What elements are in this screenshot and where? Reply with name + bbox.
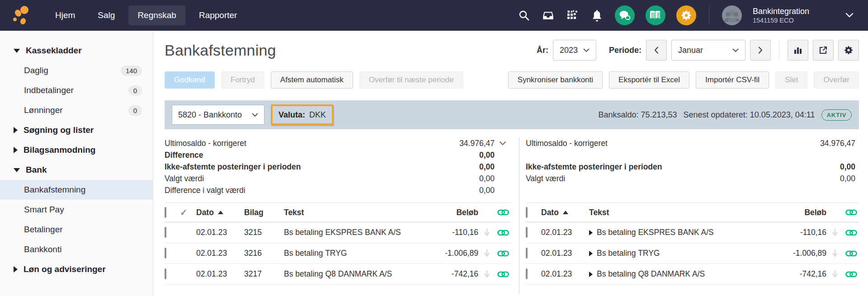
auto-reconcile-button[interactable]: Afstem automatisk xyxy=(271,71,353,89)
cell-belob: -1.006,89 xyxy=(773,249,826,258)
row-checkbox[interactable] xyxy=(165,248,166,258)
main-menu: Hjem Salg Regnskab Rapporter xyxy=(46,5,246,25)
user-info[interactable]: Bankintegration 1541159 ECO xyxy=(753,6,809,25)
sidebar-item-smart-pay[interactable]: Smart Pay xyxy=(0,200,153,220)
bank-entries-panel: Ultimosaldo - korrigeret 34.976,47 Ikke-… xyxy=(519,137,859,294)
column-header-belob[interactable]: Beløb xyxy=(425,208,478,217)
sidebar-item-bankafstemning[interactable]: Bankafstemning xyxy=(0,180,153,200)
row-checkbox[interactable] xyxy=(165,268,166,279)
nav-item-salg[interactable]: Salg xyxy=(89,5,124,25)
sidebar-item-daglig[interactable]: Daglig 140 xyxy=(0,61,153,80)
column-header-tekst[interactable]: Tekst xyxy=(284,208,425,217)
select-all-checkbox[interactable] xyxy=(165,207,166,218)
arrow-down-icon[interactable] xyxy=(826,229,844,236)
bank-account-select[interactable]: 5820 - Bankkonto xyxy=(172,105,264,125)
column-header-bilag[interactable]: Bilag xyxy=(244,208,284,217)
transfer-next-period-button[interactable]: Overfør til næste periode xyxy=(359,71,463,89)
row-expand-triangle[interactable] xyxy=(589,251,593,256)
nav-item-hjem[interactable]: Hjem xyxy=(46,5,84,25)
sidebar-section-lon-og-adviseringer[interactable]: Løn og adviseringer xyxy=(0,259,153,279)
arrow-down-icon[interactable] xyxy=(826,249,844,257)
row-checkbox[interactable] xyxy=(526,268,528,279)
arrow-down-icon[interactable] xyxy=(478,249,495,257)
chart-icon xyxy=(793,46,802,55)
row-expand-triangle[interactable] xyxy=(589,272,593,277)
row-expand-triangle[interactable] xyxy=(589,230,593,235)
ledger-table: ✓ Dato Bilag Tekst Beløb 02.01.23 xyxy=(165,202,511,285)
link-chain-icon xyxy=(844,209,859,216)
search-icon[interactable] xyxy=(517,9,531,22)
user-name: Bankintegration xyxy=(753,6,809,17)
column-header-belob[interactable]: Beløb xyxy=(773,208,826,217)
column-header-dato[interactable]: Dato xyxy=(196,208,244,217)
last-updated-value: 10.05.2023, 04:11 xyxy=(750,110,815,119)
summary-row: Difference i valgt værdi 0,00 xyxy=(165,184,511,196)
sync-bank-accounts-button[interactable]: Synkroniser bankkonti xyxy=(508,71,603,89)
arrow-down-icon[interactable] xyxy=(826,270,844,278)
row-checkbox[interactable] xyxy=(165,227,166,238)
settings-button[interactable] xyxy=(838,40,859,61)
transfer-button[interactable]: Overfør xyxy=(814,71,859,89)
column-header-tekst[interactable]: Tekst xyxy=(589,208,773,217)
settings-gear-icon[interactable] xyxy=(676,5,696,25)
nav-item-regnskab[interactable]: Regnskab xyxy=(128,5,185,25)
link-chain-icon[interactable] xyxy=(495,250,511,257)
link-chain-icon[interactable] xyxy=(495,230,511,236)
user-menu-chevron-icon[interactable] xyxy=(845,11,854,19)
summary-label: Valgt værdi xyxy=(165,174,479,183)
period-select[interactable]: Januar xyxy=(671,40,745,61)
summary-row: Valgt værdi 0,00 xyxy=(165,173,511,184)
sidebar-item-betalinger[interactable]: Betalinger xyxy=(0,220,153,240)
year-value: 2023 xyxy=(560,46,578,55)
sidebar-section-bilagsanmodning[interactable]: Bilagsanmodning xyxy=(0,140,153,160)
sort-ascending-icon xyxy=(218,211,223,214)
link-chain-icon[interactable] xyxy=(495,271,511,277)
chat-support-icon[interactable] xyxy=(615,5,635,25)
summary-expand-chevron[interactable] xyxy=(495,141,511,146)
open-external-button[interactable] xyxy=(813,40,834,61)
arrow-down-icon[interactable] xyxy=(478,229,495,236)
notifications-bell-icon[interactable] xyxy=(590,9,604,22)
export-excel-button[interactable]: Eksportér til Excel xyxy=(609,71,689,89)
last-updated-label: Senest opdateret: xyxy=(684,110,748,119)
cell-dato: 02.01.23 xyxy=(541,228,589,237)
previous-period-button[interactable] xyxy=(646,40,667,61)
next-period-button[interactable] xyxy=(750,40,771,61)
link-chain-icon[interactable] xyxy=(844,230,859,236)
cell-belob: -110,16 xyxy=(773,228,826,237)
summary-row-spacer xyxy=(526,149,859,161)
year-select[interactable]: 2023 xyxy=(553,40,596,61)
period-label: Periode: xyxy=(609,46,642,55)
help-book-icon[interactable] xyxy=(646,5,665,25)
arrow-down-icon[interactable] xyxy=(478,270,495,278)
nav-item-rapporter[interactable]: Rapporter xyxy=(190,5,246,25)
sidebar-section-sogning-og-lister[interactable]: Søgning og lister xyxy=(0,120,153,140)
sidebar-item-bankkonti[interactable]: Bankkonti xyxy=(0,240,153,259)
section-label: Bank xyxy=(26,165,47,175)
row-checkbox[interactable] xyxy=(526,227,528,238)
sidebar-item-lonninger[interactable]: Lønninger 0 xyxy=(0,100,153,120)
chart-view-button[interactable] xyxy=(788,40,808,61)
app-grid-icon[interactable] xyxy=(566,9,580,22)
select-all-checkbox[interactable] xyxy=(526,207,528,218)
delete-button[interactable]: Slet xyxy=(775,71,807,89)
import-csv-button[interactable]: Importér CSV-fil xyxy=(696,71,769,89)
link-chain-icon xyxy=(495,209,511,216)
period-value: Januar xyxy=(678,46,703,55)
sidebar-item-indbetalinger[interactable]: Indbetalinger 0 xyxy=(0,80,153,100)
inbox-icon[interactable] xyxy=(542,9,555,22)
link-chain-icon[interactable] xyxy=(844,250,859,257)
row-checkbox[interactable] xyxy=(526,248,528,258)
sort-ascending-icon xyxy=(563,211,568,214)
bank-balance-info: Banksaldo: 75.213,53 Senest opdateret: 1… xyxy=(598,109,852,121)
sidebar-section-bank[interactable]: Bank xyxy=(0,160,153,180)
approve-button[interactable]: Godkend xyxy=(165,71,215,89)
link-chain-icon[interactable] xyxy=(844,271,859,277)
expand-triangle-icon xyxy=(14,127,18,133)
user-avatar[interactable] xyxy=(722,5,742,25)
economic-logo-icon[interactable] xyxy=(12,5,31,25)
sidebar-section-kassekladder[interactable]: Kassekladder xyxy=(0,41,153,61)
column-header-dato[interactable]: Dato xyxy=(541,208,589,217)
undo-button[interactable]: Fortryd xyxy=(221,71,264,89)
summary-label: Difference i valgt værdi xyxy=(165,186,479,195)
